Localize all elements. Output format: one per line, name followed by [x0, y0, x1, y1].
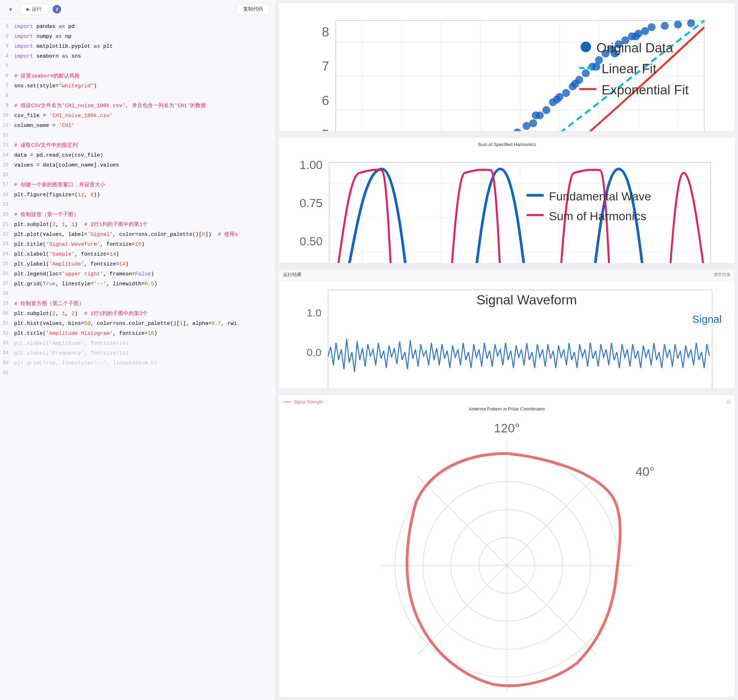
svg-text:120°: 120° [494, 421, 520, 435]
run-badge: 3 [53, 5, 61, 13]
run-label: 运行 [32, 6, 42, 12]
svg-text:0.50: 0.50 [300, 235, 323, 248]
svg-point-86 [674, 21, 682, 28]
polar-legend: Signal Strength [294, 400, 323, 404]
code-line: 27 plt.grid(True, linestyle='--', linewi… [0, 279, 275, 290]
svg-text:Linear Fit: Linear Fit [601, 61, 657, 76]
code-line: 21 plt.subplot(2, 1, 1) # 2行1列的子图中的第1个 [0, 220, 275, 230]
code-line: 32 plt.title('Amplitude Histogram', font… [0, 329, 275, 339]
code-line: 3 import matplotlib.pyplot as plt [0, 42, 275, 52]
code-line: 29 # 绘制直方图（第二个子图） [0, 300, 275, 309]
output-action[interactable]: 撑空结果 [714, 272, 731, 278]
code-editor[interactable]: 1 import pandas as pd 2 import numpy as … [0, 19, 275, 700]
svg-point-85 [632, 32, 640, 40]
code-panel: ▾ ▶ 运行 3 复制代码 1 import pandas as pd 2 im… [0, 0, 276, 700]
polar-chart-svg: 120° 40° [283, 412, 731, 691]
output-label: 运行结果 [283, 272, 301, 278]
scatter-chart-svg: 0 1 2 3 4 5 6 7 8 0 1 2 3 4 5 6 7 8 9 1 [283, 7, 731, 131]
scatter-chart-card: 0 1 2 3 4 5 6 7 8 0 1 2 3 4 5 6 7 8 9 1 [278, 3, 735, 131]
waveform-chart: Signal Waveform 1.0 0.0 -1.0 0 20000 400… [282, 283, 732, 388]
svg-text:0.75: 0.75 [300, 197, 323, 210]
code-line: 8 [0, 91, 275, 101]
svg-point-56 [562, 89, 570, 97]
code-line: 35 plt.grid(True, linestyle='--', linewi… [0, 359, 275, 369]
svg-point-51 [529, 119, 537, 127]
code-line: 20 # 绘制波形（第一个子图） [0, 210, 275, 220]
toolbar: ▾ ▶ 运行 3 复制代码 [0, 0, 275, 19]
code-line: 23 plt.title('Signal Waveform', fontsize… [0, 240, 275, 250]
play-icon: ▶ [26, 7, 30, 12]
collapse-button[interactable]: ▾ [6, 4, 16, 14]
code-line: 6 # 设置seaborn的默认风格 [0, 72, 275, 82]
svg-text:Fundamental Wave: Fundamental Wave [549, 190, 651, 203]
code-line: 4 import seaborn as sns [0, 52, 275, 62]
right-panel: 0 1 2 3 4 5 6 7 8 0 1 2 3 4 5 6 7 8 9 1 [276, 0, 738, 700]
code-line: 25 plt.ylabel('Amplitude', fontsize=14) [0, 260, 275, 270]
code-line: 22 plt.plot(values, label='Signal', colo… [0, 230, 275, 240]
polar-chart-card: Signal Strength ⊙ Antenna Pattern in Pol… [278, 394, 735, 697]
svg-text:Signal Waveform: Signal Waveform [476, 293, 577, 307]
svg-point-81 [553, 96, 560, 103]
svg-text:Signal: Signal [692, 313, 722, 325]
code-line: 31 plt.hist(values, bins=50, color=sns.c… [0, 319, 275, 329]
polar-settings-icon[interactable]: ⊙ [726, 399, 731, 405]
code-line: 5 [0, 62, 275, 72]
code-line: 1 import pandas as pd [0, 22, 275, 32]
svg-point-83 [592, 63, 600, 71]
svg-text:40°: 40° [635, 465, 654, 479]
code-line: 10 csv_file = 'CH1_noise_100k.csv' [0, 111, 275, 121]
code-line: 13 # 读取CSV文件中的指定列 [0, 141, 275, 151]
svg-text:7: 7 [322, 59, 329, 74]
code-line: 30 plt.subplot(2, 1, 2) # 2行1列的子图中的第2个 [0, 309, 275, 319]
output-header: 运行结果 撑空结果 [279, 269, 735, 280]
code-line: 33 plt.xlabel('Amplitude', fontsize=14) [0, 339, 275, 349]
run-button[interactable]: ▶ 运行 [20, 3, 49, 15]
output-section: 运行结果 撑空结果 Signal Waveform 1.0 0.0 -1.0 0… [278, 269, 735, 388]
svg-point-69 [647, 24, 655, 31]
code-line: 9 # 假设CSV文件名为'CH1_noise_100k.csv', 并且包含一… [0, 101, 275, 111]
svg-text:5: 5 [322, 127, 329, 131]
code-line: 34 plt.ylabel('Frequency', fontsize=14) [0, 349, 275, 359]
waveform-svg: Signal Waveform 1.0 0.0 -1.0 0 20000 400… [282, 283, 732, 388]
svg-point-88 [581, 42, 591, 52]
svg-point-80 [532, 111, 540, 119]
scatter-chart-inner: 0 1 2 3 4 5 6 7 8 0 1 2 3 4 5 6 7 8 9 1 [279, 3, 735, 131]
output-charts: Signal Waveform 1.0 0.0 -1.0 0 20000 400… [279, 280, 735, 388]
svg-point-53 [542, 106, 550, 114]
code-line: 12 [0, 131, 275, 141]
harmonics-chart-svg: 1.00 0.75 0.50 0.25 0.00 -0.25 -0.50 -0.… [283, 149, 731, 263]
copy-button[interactable]: 复制代码 [237, 3, 270, 15]
svg-point-71 [687, 19, 695, 27]
code-line: 24 plt.xlabel('Sample', fontsize=14) [0, 250, 275, 260]
svg-point-59 [582, 69, 590, 77]
svg-text:Original Data: Original Data [596, 40, 673, 55]
polar-title: Antenna Pattern in Polar Coordinates [283, 406, 731, 412]
svg-text:Exponential Fit: Exponential Fit [601, 82, 689, 97]
code-line: 18 plt.figure(figsize=(12, 8)) [0, 191, 275, 200]
svg-text:0.0: 0.0 [307, 347, 322, 359]
code-line: 36 [0, 369, 275, 379]
code-line: 17 # 创建一个新的图形窗口，并设置大小 [0, 181, 275, 191]
code-line: 7 sns.set(style="whitegrid") [0, 82, 275, 91]
harmonics-title: Sum of Specified Harmonics [283, 142, 731, 147]
code-line: 11 column_name = 'CH1' [0, 121, 275, 131]
harmonics-chart-inner: Sum of Specified Harmonics 1.00 0.75 0.5… [279, 138, 735, 263]
svg-text:1.00: 1.00 [300, 158, 323, 172]
code-line: 2 import numpy as np [0, 32, 275, 42]
svg-text:1.0: 1.0 [307, 307, 322, 319]
code-line: 15 values = data[column_name].values [0, 161, 275, 171]
harmonics-chart-card: Sum of Specified Harmonics 1.00 0.75 0.5… [278, 137, 735, 263]
code-line: 14 data = pd.read_csv(csv_file) [0, 151, 275, 161]
code-line: 16 [0, 171, 275, 181]
svg-point-82 [571, 80, 579, 88]
svg-text:6: 6 [322, 93, 329, 108]
svg-text:Sum of Harmonics: Sum of Harmonics [549, 210, 647, 223]
svg-rect-95 [329, 162, 711, 263]
svg-point-68 [641, 27, 649, 35]
svg-text:8: 8 [322, 24, 329, 39]
code-line: 26 plt.legend(loc='upper right', frameon… [0, 270, 275, 279]
code-line: 28 [0, 290, 275, 300]
svg-point-70 [661, 22, 669, 30]
code-line: 19 [0, 200, 275, 210]
